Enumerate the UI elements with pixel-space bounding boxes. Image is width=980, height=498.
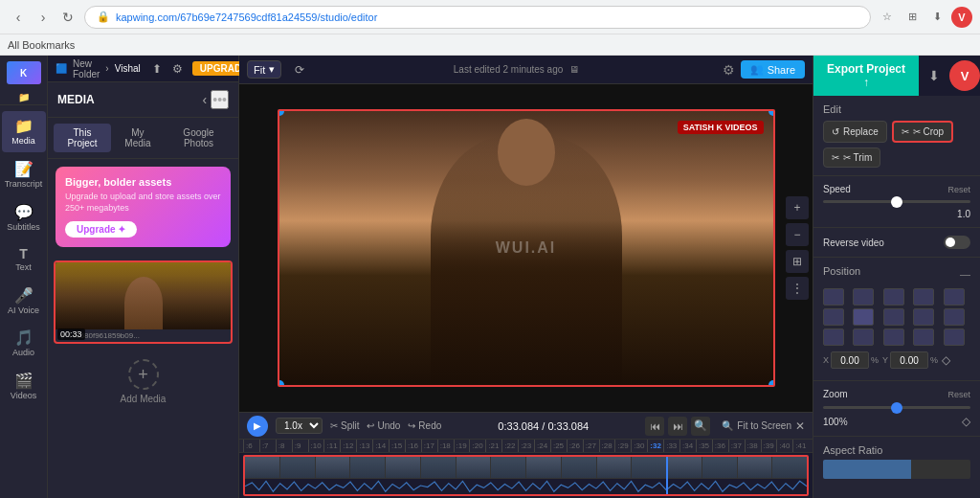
skip-forward-button[interactable]: ⏭: [668, 417, 687, 436]
download-export-icon[interactable]: ⬇: [919, 60, 949, 91]
bookmark-star-icon[interactable]: ☆: [877, 7, 898, 28]
fit-select[interactable]: Fit ▾: [247, 60, 281, 79]
tab-icon[interactable]: ⊞: [902, 7, 923, 28]
aspect-section: Aspect Ratio: [813, 437, 980, 487]
zoom-out-timeline-button[interactable]: 🔍: [722, 420, 733, 431]
grid-button[interactable]: ⋮: [786, 277, 809, 300]
speed-select[interactable]: 1.0x: [276, 418, 323, 434]
replace-button[interactable]: ↺ Replace: [823, 121, 887, 143]
waveform-area: [245, 479, 807, 494]
zoom-out-canvas-button[interactable]: −: [786, 223, 809, 246]
ruler-mark: :39: [761, 440, 777, 453]
pos-tr-button[interactable]: [883, 288, 904, 306]
pos-empty3-button[interactable]: [913, 308, 934, 326]
pos-diamond-icon[interactable]: ◇: [942, 351, 950, 369]
zoom-reset[interactable]: Reset: [947, 390, 970, 399]
profile-icon[interactable]: V: [951, 7, 972, 28]
pos-bl-button[interactable]: [823, 328, 844, 346]
editor-settings-icon[interactable]: ⚙: [723, 62, 735, 78]
pos-empty6-button[interactable]: [944, 328, 965, 346]
timeline-search-button[interactable]: 🔍: [691, 417, 710, 436]
media-thumbnail[interactable]: 00:33 ◈ 440680f961859b09...: [54, 260, 233, 344]
tool-ai-voice[interactable]: 🎤 AI Voice: [2, 281, 46, 322]
pos-empty2-button[interactable]: [944, 288, 965, 306]
export-button[interactable]: Export Project ↑: [813, 56, 919, 96]
pos-empty4-button[interactable]: [944, 308, 965, 326]
upload-icon[interactable]: ⬆: [148, 60, 166, 78]
close-timeline-button[interactable]: ✕: [795, 419, 805, 433]
pos-mc-button[interactable]: [853, 308, 874, 326]
settings-nav-icon[interactable]: ⚙: [169, 60, 187, 78]
app-logo-text: 🟦: [56, 63, 67, 74]
pos-mr-button[interactable]: [883, 308, 904, 326]
undo-icon: ↩: [367, 420, 374, 431]
share-button[interactable]: 👥 Share: [741, 60, 805, 79]
speed-slider[interactable]: [823, 200, 970, 203]
crop-button[interactable]: ✂ ✂ Crop: [892, 121, 953, 143]
tab-google-photos[interactable]: Google Photos: [165, 124, 233, 152]
x-input[interactable]: [831, 351, 869, 369]
media-more-button[interactable]: •••: [211, 90, 229, 109]
download-icon[interactable]: ⬇: [926, 7, 947, 28]
browser-nav[interactable]: ‹ › ↻: [8, 7, 78, 28]
app-logo[interactable]: K: [7, 61, 41, 84]
tab-my-media[interactable]: My Media: [113, 124, 163, 152]
playhead[interactable]: [666, 457, 668, 494]
subtitles-icon: 💬: [14, 203, 33, 221]
collapse-media-button[interactable]: ‹: [203, 90, 208, 109]
upgrade-card-button[interactable]: Upgrade ✦: [65, 221, 137, 238]
position-collapse-icon[interactable]: —: [960, 268, 970, 280]
app-container: K 📁 📁 Media 📝 Transcript 💬 Subtitles T T…: [0, 56, 980, 498]
back-button[interactable]: ‹: [8, 7, 29, 28]
add-media-button[interactable]: + Add Media: [48, 350, 238, 414]
tool-audio-label: Audio: [12, 349, 34, 358]
canvas-handle-bl[interactable]: [278, 380, 284, 387]
video-canvas[interactable]: WUI.AI SATISH K VIDEOS: [278, 109, 775, 387]
canvas-handle-br[interactable]: [768, 380, 775, 387]
play-button[interactable]: ▶: [247, 416, 268, 437]
skip-back-button[interactable]: ⏮: [645, 417, 664, 436]
split-button[interactable]: ✂ Split: [330, 420, 359, 431]
redo-button[interactable]: ↪ Redo: [408, 420, 441, 431]
replace-icon: ↺: [832, 126, 839, 137]
refresh-button[interactable]: ↻: [57, 7, 78, 28]
layers-button[interactable]: ⊞: [786, 250, 809, 273]
timeline-track[interactable]: [243, 455, 809, 496]
rotate-button[interactable]: ⟳: [289, 59, 310, 80]
zoom-slider[interactable]: [823, 406, 970, 409]
zoom-diamond-icon[interactable]: ◇: [962, 415, 970, 428]
channel-badge: SATISH K VIDEOS: [678, 121, 764, 134]
tool-media[interactable]: 📁 Media: [2, 111, 46, 152]
undo-button[interactable]: ↩ Undo: [367, 420, 400, 431]
trim-button[interactable]: ✂ ✂ Trim: [823, 147, 880, 168]
ruler-mark: :23: [518, 440, 534, 453]
speed-reset[interactable]: Reset: [947, 185, 970, 194]
upgrade-card-desc: Upgrade to upload and store assets over …: [65, 192, 221, 214]
forward-button[interactable]: ›: [33, 7, 54, 28]
y-input[interactable]: [890, 351, 928, 369]
tool-subtitles[interactable]: 💬 Subtitles: [2, 197, 46, 238]
pos-tl-button[interactable]: [823, 288, 844, 306]
user-avatar[interactable]: V: [949, 60, 980, 91]
tool-audio[interactable]: 🎵 Audio: [2, 323, 46, 364]
zoom-in-canvas-button[interactable]: +: [786, 196, 809, 219]
ruler-mark: :24: [534, 440, 550, 453]
media-icon: 📁: [14, 117, 33, 135]
pos-tc-button[interactable]: [853, 288, 874, 306]
pos-br-button[interactable]: [883, 328, 904, 346]
address-bar[interactable]: 🔒 kapwing.com/67b69e7247569cdf81a24559/s…: [84, 6, 871, 29]
tool-text[interactable]: T Text: [2, 240, 46, 279]
reverse-toggle[interactable]: [944, 236, 970, 249]
pos-empty5-button[interactable]: [913, 328, 934, 346]
pos-empty1-button[interactable]: [913, 288, 934, 306]
editor-status: Last edited 2 minutes ago 🖥: [318, 64, 714, 75]
folder-nav[interactable]: 📁: [0, 92, 47, 102]
tool-transcript[interactable]: 📝 Transcript: [2, 154, 46, 195]
tab-this-project[interactable]: This Project: [54, 124, 111, 152]
browser-actions[interactable]: ☆ ⊞ ⬇ V: [877, 7, 972, 28]
pos-ml-button[interactable]: [823, 308, 844, 326]
ruler-mark: :20: [469, 440, 485, 453]
ruler-mark: :16: [405, 440, 421, 453]
tool-videos[interactable]: 🎬 Videos: [2, 366, 46, 407]
pos-bc-button[interactable]: [853, 328, 874, 346]
